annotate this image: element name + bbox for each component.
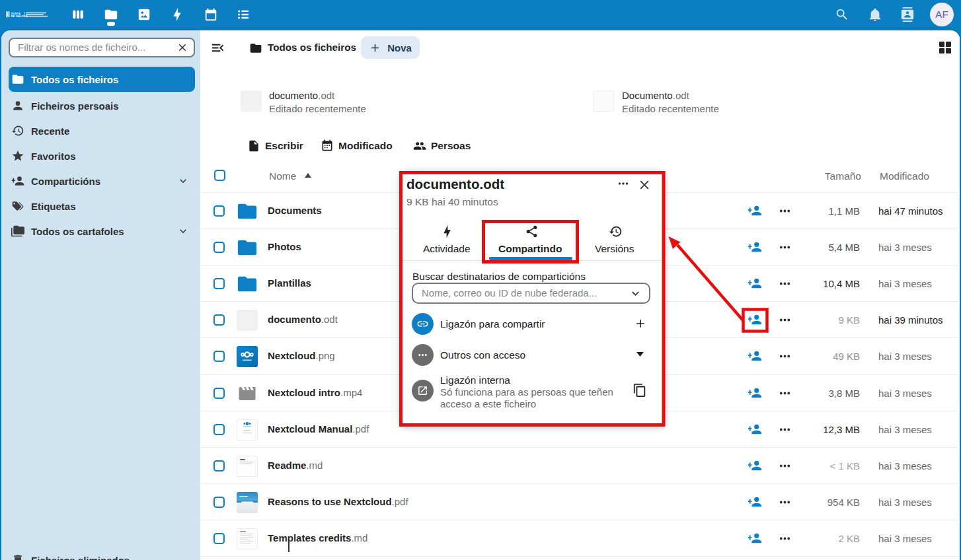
svg-text:DE GALICIA: DE GALICIA — [11, 15, 28, 18]
